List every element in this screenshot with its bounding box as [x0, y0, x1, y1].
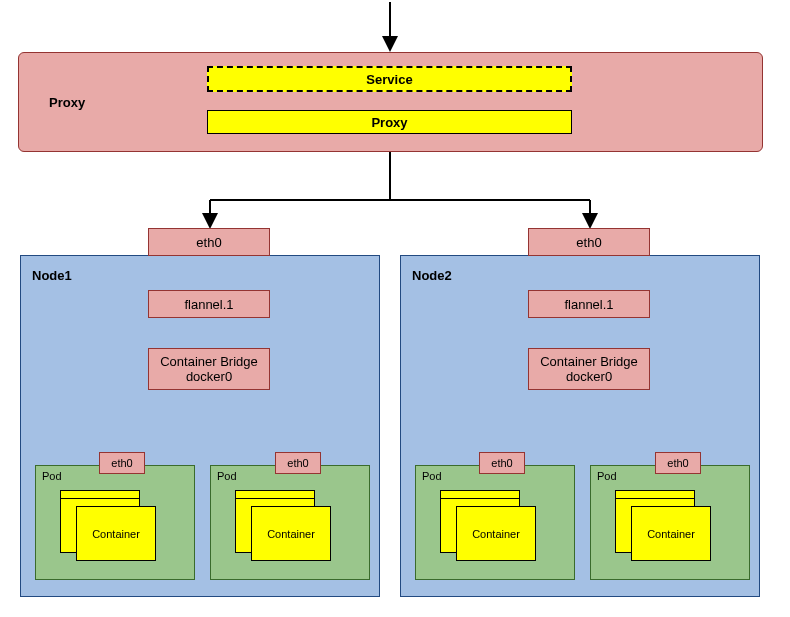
- container-label: Container: [267, 528, 315, 540]
- node1-title: Node1: [32, 268, 72, 283]
- node1-pod1-eth0: eth0: [99, 452, 145, 474]
- node2-pod2-label: Pod: [597, 470, 617, 482]
- node2-pod2-eth0: eth0: [655, 452, 701, 474]
- node2-flannel: flannel.1: [528, 290, 650, 318]
- node1-flannel: flannel.1: [148, 290, 270, 318]
- node2-eth0-label: eth0: [576, 235, 601, 250]
- node1-eth0-label: eth0: [196, 235, 221, 250]
- proxy-label: Proxy: [371, 115, 407, 130]
- node2-pod1-label: Pod: [422, 470, 442, 482]
- container-label: Container: [647, 528, 695, 540]
- node2-bridge: Container Bridge docker0: [528, 348, 650, 390]
- proxy-box: Proxy: [207, 110, 572, 134]
- node1-bridge: Container Bridge docker0: [148, 348, 270, 390]
- node2-pod1-eth0-label: eth0: [491, 457, 512, 469]
- service-label: Service: [366, 72, 412, 87]
- node2-pod2-eth0-label: eth0: [667, 457, 688, 469]
- diagram-canvas: Proxy Service Proxy Node1 eth0 flannel.1…: [0, 0, 790, 617]
- node1-pod2-eth0-label: eth0: [287, 457, 308, 469]
- node1-bridge-label: Container Bridge docker0: [160, 354, 258, 384]
- node1-flannel-label: flannel.1: [184, 297, 233, 312]
- node1-pod2-eth0: eth0: [275, 452, 321, 474]
- node2-flannel-label: flannel.1: [564, 297, 613, 312]
- node2-bridge-label: Container Bridge docker0: [540, 354, 638, 384]
- node2-eth0: eth0: [528, 228, 650, 256]
- node2-title: Node2: [412, 268, 452, 283]
- node1-eth0: eth0: [148, 228, 270, 256]
- service-box: Service: [207, 66, 572, 92]
- node1-pod1-eth0-label: eth0: [111, 457, 132, 469]
- node1-pod2-label: Pod: [217, 470, 237, 482]
- watermark: @51CTO博客: [697, 597, 786, 615]
- container-label: Container: [472, 528, 520, 540]
- node1-pod1-label: Pod: [42, 470, 62, 482]
- node2-pod1-eth0: eth0: [479, 452, 525, 474]
- proxy-panel-title: Proxy: [49, 95, 85, 110]
- container-label: Container: [92, 528, 140, 540]
